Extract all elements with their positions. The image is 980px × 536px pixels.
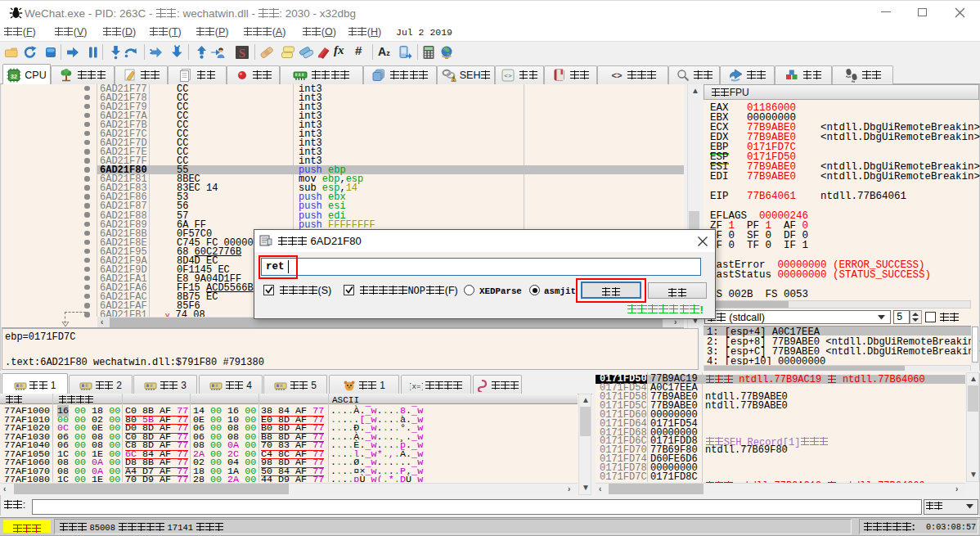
- svg-text:!: !: [452, 76, 454, 82]
- svg-text:[x=]: [x=]: [410, 383, 423, 391]
- svg-text:32: 32: [11, 74, 17, 79]
- svg-text:<>: <>: [611, 70, 622, 80]
- svg-text:<>: <>: [504, 72, 512, 79]
- svg-text:S: S: [239, 47, 245, 60]
